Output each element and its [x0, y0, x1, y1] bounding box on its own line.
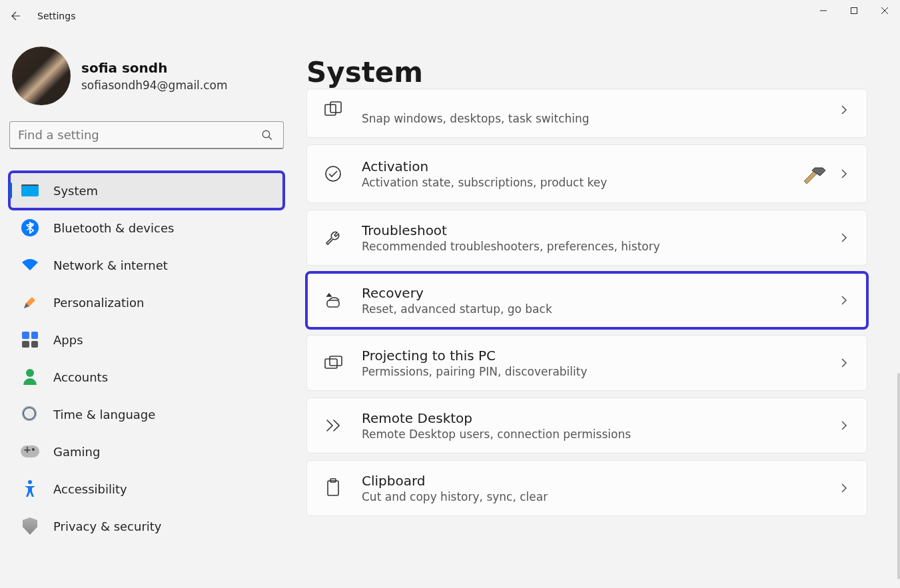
projecting-icon — [322, 352, 344, 374]
settings-row-subtitle: Reset, advanced startup, go back — [362, 302, 836, 316]
sidebar-item-label: Accounts — [53, 370, 108, 384]
recovery-icon — [322, 289, 344, 312]
settings-row-subtitle: Remote Desktop users, connection permiss… — [362, 428, 836, 441]
multitasking-icon — [322, 99, 344, 121]
sidebar-item-label: Bluetooth & devices — [53, 221, 174, 235]
system-icon — [20, 180, 40, 200]
sidebar-item-accessibility[interactable]: Accessibility — [9, 470, 284, 507]
sidebar-item-privacy[interactable]: Privacy & security — [9, 507, 284, 545]
maximize-button[interactable] — [839, 0, 869, 21]
sidebar-item-label: Network & internet — [53, 258, 168, 272]
gamepad-icon — [20, 441, 40, 461]
main-content: System Multitasking Snap windows, deskto… — [293, 32, 900, 588]
close-icon — [881, 7, 889, 15]
settings-row-title: Troubleshoot — [362, 222, 836, 238]
sidebar-item-time[interactable]: Time & language — [9, 396, 284, 433]
settings-row-subtitle: Activation state, subscriptions, product… — [362, 176, 797, 189]
settings-row-subtitle: Snap windows, desktops, task switching — [362, 112, 836, 125]
settings-row-title: Remote Desktop — [362, 410, 836, 426]
chevron-right-icon — [836, 420, 852, 431]
svg-rect-13 — [328, 481, 338, 495]
wrench-icon — [322, 226, 344, 249]
chevron-right-icon — [836, 358, 852, 368]
settings-row-title: Clipboard — [362, 473, 836, 489]
settings-row-remote-desktop[interactable]: Remote Desktop Remote Desktop users, con… — [306, 398, 867, 453]
sidebar-item-label: Personalization — [53, 296, 144, 310]
scrollbar-thumb[interactable] — [897, 373, 900, 579]
sidebar-item-apps[interactable]: Apps — [9, 321, 284, 358]
maximize-icon — [850, 7, 858, 15]
settings-row-activation[interactable]: Activation Activation state, subscriptio… — [306, 145, 867, 203]
wifi-icon — [20, 255, 40, 275]
settings-row-recovery[interactable]: Recovery Reset, advanced startup, go bac… — [306, 272, 867, 328]
search-icon[interactable] — [259, 129, 275, 141]
sidebar-item-bluetooth[interactable]: Bluetooth & devices — [9, 209, 284, 246]
sidebar-nav: System Bluetooth & devices Network & int… — [9, 172, 284, 545]
sidebar-item-label: Gaming — [53, 445, 100, 459]
shield-icon — [20, 516, 40, 536]
chevron-right-icon — [836, 483, 852, 493]
svg-line-5 — [268, 137, 272, 140]
settings-row-troubleshoot[interactable]: Troubleshoot Recommended troubleshooters… — [306, 210, 867, 266]
settings-row-subtitle: Recommended troubleshooters, preferences… — [362, 240, 836, 253]
paintbrush-icon — [20, 292, 40, 312]
person-icon — [20, 367, 40, 387]
sidebar-item-label: System — [53, 184, 98, 198]
arrow-left-icon — [10, 10, 22, 22]
close-button[interactable] — [869, 0, 900, 21]
sidebar: sofia sondh sofiasondh94@gmail.com Syste… — [0, 32, 293, 588]
svg-rect-1 — [851, 8, 857, 14]
page-title: System — [306, 56, 887, 89]
accessibility-icon — [20, 479, 40, 499]
remote-desktop-icon — [322, 414, 344, 437]
user-email: sofiasondh94@gmail.com — [81, 79, 228, 92]
app-title: Settings — [37, 11, 75, 21]
avatar — [12, 47, 71, 105]
settings-list: Multitasking Snap windows, desktops, tas… — [306, 89, 867, 516]
scrollbar[interactable] — [897, 373, 900, 586]
hammer-icon — [797, 157, 831, 190]
sidebar-item-label: Accessibility — [53, 482, 127, 496]
settings-row-title: Recovery — [362, 285, 836, 301]
sidebar-item-label: Time & language — [53, 408, 155, 422]
sidebar-item-label: Apps — [53, 333, 83, 347]
svg-rect-12 — [330, 356, 342, 366]
minimize-icon — [819, 7, 827, 15]
svg-rect-10 — [327, 300, 339, 307]
user-profile[interactable]: sofia sondh sofiasondh94@gmail.com — [9, 47, 284, 121]
sidebar-item-personalization[interactable]: Personalization — [9, 284, 284, 321]
settings-row-title: Projecting to this PC — [362, 348, 836, 364]
svg-point-9 — [326, 166, 340, 181]
chevron-right-icon — [836, 295, 852, 306]
settings-row-subtitle: Cut and copy history, sync, clear — [362, 490, 836, 503]
sidebar-item-accounts[interactable]: Accounts — [9, 358, 284, 396]
sidebar-item-system[interactable]: System — [9, 172, 284, 209]
svg-rect-11 — [325, 359, 337, 368]
titlebar: Settings — [0, 0, 900, 32]
settings-row-title: Activation — [362, 158, 797, 174]
search-input[interactable] — [18, 128, 259, 142]
checkmark-circle-icon — [322, 162, 344, 185]
bluetooth-icon — [20, 218, 40, 238]
apps-icon — [20, 330, 40, 350]
sidebar-item-network[interactable]: Network & internet — [9, 246, 284, 284]
chevron-right-icon — [836, 105, 852, 115]
chevron-right-icon — [836, 232, 852, 243]
settings-row-projecting[interactable]: Projecting to this PC Permissions, pairi… — [306, 335, 867, 391]
back-button[interactable] — [0, 0, 32, 32]
svg-point-6 — [28, 480, 32, 484]
chevron-right-icon — [836, 168, 852, 179]
user-name: sofia sondh — [81, 60, 228, 76]
settings-row-multitasking[interactable]: Multitasking Snap windows, desktops, tas… — [306, 89, 867, 138]
settings-row-subtitle: Permissions, pairing PIN, discoverabilit… — [362, 365, 836, 378]
search-field[interactable] — [9, 121, 284, 149]
clipboard-icon — [322, 477, 344, 499]
sidebar-item-gaming[interactable]: Gaming — [9, 433, 284, 470]
clock-globe-icon — [20, 404, 40, 424]
svg-point-4 — [262, 131, 270, 138]
sidebar-item-label: Privacy & security — [53, 519, 162, 533]
settings-row-clipboard[interactable]: Clipboard Cut and copy history, sync, cl… — [306, 460, 867, 516]
minimize-button[interactable] — [808, 0, 839, 21]
